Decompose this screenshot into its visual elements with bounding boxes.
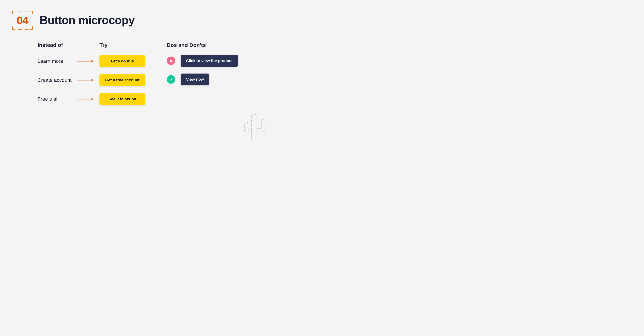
column-header-try: Try (100, 42, 145, 48)
instead-text: Free trial (38, 96, 72, 102)
cactus-decoration-icon (230, 112, 266, 139)
dont-button: Click to view the product (181, 55, 238, 67)
slide-header: 04 Button microcopy (12, 10, 135, 30)
cross-icon (167, 56, 175, 65)
instead-text: Learn more (38, 58, 72, 64)
column-header-instead: Instead of (38, 42, 72, 48)
do-button: View now (181, 74, 209, 85)
instead-text: Create account (38, 77, 72, 83)
try-button: Let's do this (100, 55, 145, 67)
arrow-icon (76, 60, 94, 63)
slide-title: Button microcopy (40, 14, 135, 27)
slide-number-badge: 04 (12, 10, 33, 30)
compare-grid: Instead of Try Learn more Let's do this … (38, 42, 145, 105)
do-row: View now (167, 74, 238, 85)
slide-content: Instead of Try Learn more Let's do this … (38, 42, 238, 105)
try-button: Get a free account (100, 74, 145, 86)
arrow-icon (76, 97, 94, 101)
check-icon (167, 75, 175, 84)
dont-row: Click to view the product (167, 55, 238, 67)
badge-frame-icon (12, 10, 33, 30)
dos-heading: Dos and Don'ts (167, 42, 238, 48)
try-button: See it in action (100, 93, 145, 105)
arrow-icon (76, 78, 94, 82)
dos-donts-block: Dos and Don'ts Click to view the product… (167, 42, 238, 105)
